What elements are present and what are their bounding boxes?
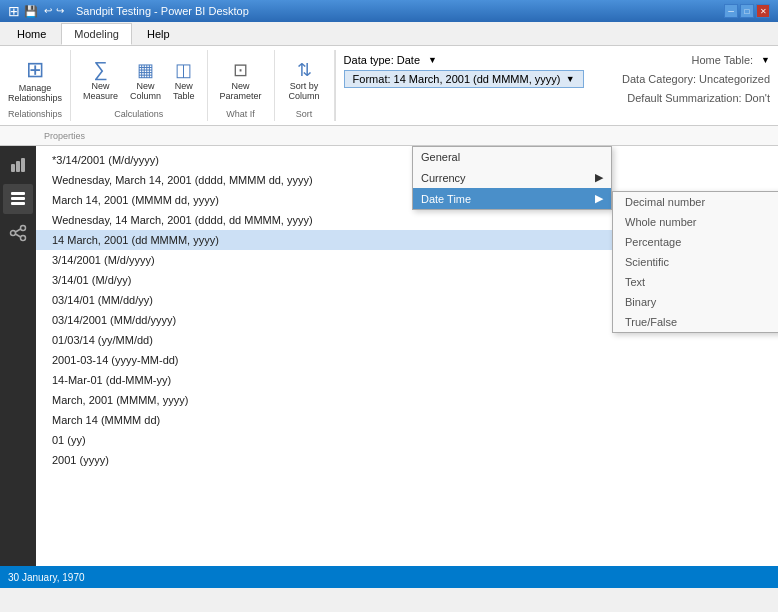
title-bar-left: ⊞ 💾 ↩ ↪ Sandpit Testing - Power BI Deskt… xyxy=(8,3,249,19)
close-button[interactable]: ✕ xyxy=(756,4,770,18)
sub-scientific[interactable]: Scientific xyxy=(613,252,778,272)
new-column-icon: ▦ xyxy=(137,59,154,81)
date-format-item-12[interactable]: March, 2001 (MMMM, yyyy) xyxy=(36,390,778,410)
datetime-submenu: Decimal number Whole number Percentage S… xyxy=(612,191,778,333)
relationships-group-label: Relationships xyxy=(8,109,62,119)
sub-truefalse[interactable]: True/False xyxy=(613,312,778,332)
save-icon[interactable]: 💾 xyxy=(24,5,38,18)
date-format-item-13[interactable]: March 14 (MMMM dd) xyxy=(36,410,778,430)
tab-home[interactable]: Home xyxy=(4,23,59,45)
ribbon-group-sort: ⇅ Sort byColumn Sort xyxy=(275,50,335,121)
ribbon-tabs: Home Modeling Help xyxy=(0,22,778,46)
sidebar-report-icon[interactable] xyxy=(3,150,33,180)
content-area: *3/14/2001 (M/d/yyyy)Wednesday, March 14… xyxy=(36,146,778,566)
sidebar-model-icon[interactable] xyxy=(3,218,33,248)
svg-rect-2 xyxy=(21,158,25,172)
default-summarization-label: Default Summarization: Don't xyxy=(627,92,770,104)
date-format-item-10[interactable]: 2001-03-14 (yyyy-MM-dd) xyxy=(36,350,778,370)
ribbon-group-relationships: ⊞ Manage Relationships Relationships xyxy=(0,50,71,121)
sub-text[interactable]: Text xyxy=(613,272,778,292)
title-text: Sandpit Testing - Power BI Desktop xyxy=(76,5,249,17)
svg-line-10 xyxy=(16,234,21,237)
minimize-button[interactable]: ─ xyxy=(724,4,738,18)
sort-items: ⇅ Sort byColumn xyxy=(285,52,324,107)
svg-point-7 xyxy=(21,226,26,231)
status-bar: 30 January, 1970 xyxy=(0,566,778,588)
main-layout: *3/14/2001 (M/d/yyyy)Wednesday, March 14… xyxy=(0,146,778,566)
tab-modeling[interactable]: Modeling xyxy=(61,23,132,45)
window-controls: ─ □ ✕ xyxy=(724,4,770,18)
new-measure-label: NewMeasure xyxy=(83,81,118,101)
sort-by-column-button[interactable]: ⇅ Sort byColumn xyxy=(285,57,324,103)
svg-rect-0 xyxy=(11,164,15,172)
sidebar-data-icon[interactable] xyxy=(3,184,33,214)
new-measure-button[interactable]: ∑ NewMeasure xyxy=(79,56,122,103)
cat-general[interactable]: General xyxy=(413,147,611,167)
new-table-icon: ◫ xyxy=(175,59,192,81)
what-if-items: ⊡ NewParameter xyxy=(216,52,266,107)
date-format-item-0[interactable]: *3/14/2001 (M/d/yyyy) xyxy=(36,150,778,170)
svg-rect-4 xyxy=(11,197,25,200)
sub-decimal[interactable]: Decimal number xyxy=(613,192,778,212)
date-format-item-1[interactable]: Wednesday, March 14, 2001 (dddd, MMMM dd… xyxy=(36,170,778,190)
ribbon-group-calculations: ∑ NewMeasure ▦ NewColumn ◫ NewTable Calc… xyxy=(71,50,208,121)
relationships-items: ⊞ Manage Relationships xyxy=(11,52,59,107)
svg-rect-5 xyxy=(11,202,25,205)
maximize-button[interactable]: □ xyxy=(740,4,754,18)
calculations-group-label: Calculations xyxy=(114,109,163,119)
tab-help[interactable]: Help xyxy=(134,23,183,45)
new-parameter-label: NewParameter xyxy=(220,81,262,101)
svg-rect-3 xyxy=(11,192,25,195)
left-sidebar xyxy=(0,146,36,566)
svg-rect-1 xyxy=(16,161,20,172)
new-parameter-icon: ⊡ xyxy=(233,59,248,81)
svg-point-8 xyxy=(21,236,26,241)
title-bar-quick-access: 💾 ↩ ↪ xyxy=(24,5,64,18)
ribbon: ⊞ Manage Relationships Relationships ∑ N… xyxy=(0,46,778,126)
app-icon: ⊞ xyxy=(8,3,20,19)
category-dropdown: General Currency ▶ Date Time ▶ xyxy=(412,146,612,210)
cat-currency[interactable]: Currency ▶ xyxy=(413,167,611,188)
new-table-label: NewTable xyxy=(173,81,195,101)
sub-binary[interactable]: Binary xyxy=(613,292,778,312)
summarization-row: Default Summarization: Don't xyxy=(344,92,770,104)
home-table-chevron[interactable]: ▼ xyxy=(761,55,770,65)
date-format-item-9[interactable]: 01/03/14 (yy/MM/dd) xyxy=(36,330,778,350)
undo-icon[interactable]: ↩ xyxy=(44,5,52,18)
redo-icon[interactable]: ↪ xyxy=(56,5,64,18)
sort-by-column-icon: ⇅ xyxy=(297,59,312,81)
format-selector[interactable]: Format: 14 March, 2001 (dd MMMM, yyyy) ▼ xyxy=(344,70,584,88)
new-parameter-button[interactable]: ⊡ NewParameter xyxy=(216,57,266,103)
title-bar: ⊞ 💾 ↩ ↪ Sandpit Testing - Power BI Deskt… xyxy=(0,0,778,22)
svg-point-6 xyxy=(11,231,16,236)
sort-group-label: Sort xyxy=(296,109,313,119)
new-column-button[interactable]: ▦ NewColumn xyxy=(126,57,165,103)
home-table-label: Home Table: xyxy=(692,54,754,66)
date-format-item-11[interactable]: 14-Mar-01 (dd-MMM-yy) xyxy=(36,370,778,390)
data-type-label: Data type: Date xyxy=(344,54,420,66)
status-text: 30 January, 1970 xyxy=(8,572,85,583)
sub-percentage[interactable]: Percentage xyxy=(613,232,778,252)
format-chevron-icon: ▼ xyxy=(566,74,575,84)
data-type-row: Data type: Date ▼ Home Table: ▼ xyxy=(344,54,770,66)
sort-by-column-label: Sort byColumn xyxy=(289,81,320,101)
properties-sub-bar: Properties xyxy=(0,126,778,146)
calculations-items: ∑ NewMeasure ▦ NewColumn ◫ NewTable xyxy=(79,52,199,107)
data-type-chevron[interactable]: ▼ xyxy=(428,55,437,65)
format-value-text: Format: 14 March, 2001 (dd MMMM, yyyy) xyxy=(353,73,561,85)
new-column-label: NewColumn xyxy=(130,81,161,101)
manage-relationships-label: Manage Relationships xyxy=(8,83,62,103)
date-format-item-14[interactable]: 01 (yy) xyxy=(36,430,778,450)
data-category-label: Data Category: Uncategorized xyxy=(622,73,770,85)
new-table-button[interactable]: ◫ NewTable xyxy=(169,57,199,103)
cat-datetime[interactable]: Date Time ▶ xyxy=(413,188,611,209)
svg-line-9 xyxy=(16,229,21,232)
date-format-item-15[interactable]: 2001 (yyyy) xyxy=(36,450,778,470)
new-measure-icon: ∑ xyxy=(93,58,107,81)
manage-relationships-button[interactable]: ⊞ Manage Relationships xyxy=(11,55,59,105)
ribbon-group-what-if: ⊡ NewParameter What If xyxy=(208,50,275,121)
manage-relationships-icon: ⊞ xyxy=(26,57,44,83)
sub-whole[interactable]: Whole number xyxy=(613,212,778,232)
properties-section: Data type: Date ▼ Home Table: ▼ Format: … xyxy=(335,50,778,121)
format-row: Format: 14 March, 2001 (dd MMMM, yyyy) ▼… xyxy=(344,70,770,88)
